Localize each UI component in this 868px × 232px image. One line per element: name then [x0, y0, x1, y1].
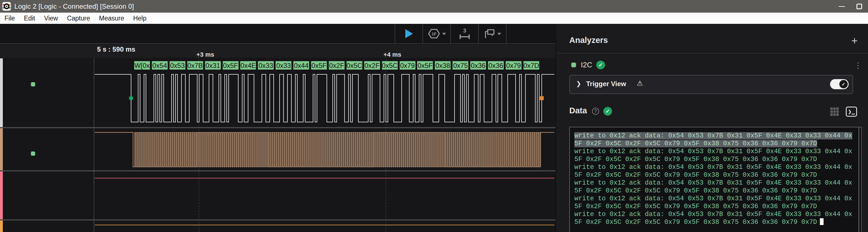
i2c-annotation-row: W[0x0x540x530x7B0x310x5F0x4E0x330x330x44… — [94, 59, 556, 127]
warning-icon: ⚠ — [637, 79, 643, 87]
channel-analyzer-tag[interactable] — [31, 152, 38, 156]
display-radix-button[interactable]: 1F — [423, 24, 450, 43]
add-analyzer-button[interactable]: + — [851, 36, 858, 45]
maximize-button[interactable] — [850, 0, 868, 13]
svg-text:3: 3 — [463, 28, 466, 34]
start-capture-button[interactable] — [395, 24, 423, 43]
menu-view[interactable]: View — [40, 13, 62, 24]
terminal-entry[interactable]: write to 0x12 ack data: 0x54 0x53 0x7B 0… — [575, 210, 852, 226]
terminal-scrollbar[interactable] — [859, 127, 859, 232]
measurements-button[interactable]: 3 — [450, 24, 478, 43]
data-terminal[interactable]: write to 0x12 ack data: 0x54 0x53 0x7B 0… — [569, 127, 862, 232]
table-view-button[interactable] — [830, 108, 839, 116]
i2c-annotation: 0x36 — [470, 61, 486, 70]
channel-color-strip[interactable] — [0, 59, 3, 127]
i2c-annotation: 0x2F — [364, 61, 380, 70]
waveform-channel-3 — [94, 221, 556, 232]
channel-color-strip[interactable] — [0, 221, 3, 232]
i2c-annotation: 0x75 — [453, 61, 468, 70]
svg-text:1F: 1F — [431, 31, 437, 36]
i2c-annotation: 0x5F — [223, 61, 239, 70]
i2c-annotation: 0x7D — [523, 61, 539, 70]
i2c-annotation: 0x54 — [152, 61, 168, 70]
analyzer-color-swatch — [571, 63, 576, 67]
terminal-entry-text: write to 0x12 ack data: 0x54 0x53 0x7B 0… — [575, 195, 852, 210]
trigger-view-label: Trigger View — [586, 80, 626, 88]
waveform-channel-2 — [94, 171, 556, 219]
chevron-down-icon — [497, 33, 501, 35]
menu-capture[interactable]: Capture — [62, 13, 94, 24]
titlebar: Logic 2 [Logic - Connected] [Session 0] — [0, 0, 868, 13]
waveform-i2c-scl — [94, 128, 556, 170]
data-status-check-icon: ✓ — [603, 107, 612, 116]
channel-analyzer-tag[interactable] — [31, 82, 38, 86]
menu-file[interactable]: File — [0, 13, 20, 24]
capture-toolbar: 1F 3 — [0, 24, 556, 44]
chevron-down-icon — [442, 33, 446, 35]
menu-measure[interactable]: Measure — [94, 13, 128, 24]
i2c-annotation: 0x53 — [169, 61, 185, 70]
i2c-annotation: 0x44 — [293, 61, 309, 70]
i2c-annotation: 0x5C — [382, 61, 398, 70]
i2c-annotation: 0x33 — [258, 61, 274, 70]
hexagon-radix-icon: 1F — [428, 28, 440, 39]
channel-color-strip[interactable] — [0, 128, 3, 170]
terminal-entry-text: write to 0x12 ack data: 0x54 0x53 0x7B 0… — [575, 163, 852, 179]
chevron-right-icon[interactable]: ❯ — [576, 80, 581, 87]
annotations-button[interactable] — [478, 24, 506, 43]
logic2-logo-icon — [2, 2, 11, 11]
terminal-view-button[interactable]: ❯ — [846, 107, 857, 117]
i2c-annotation: 0x5F — [417, 61, 433, 70]
terminal-entry[interactable]: write to 0x12 ack data: 0x54 0x53 0x7B 0… — [575, 132, 852, 148]
i2c-annotation: 0x5C — [346, 61, 362, 70]
minimize-icon — [839, 6, 845, 7]
timeline-ruler[interactable]: 5 s : 590 ms +3 ms+4 ms — [0, 44, 556, 58]
i2c-annotation: 0x36 — [488, 61, 504, 70]
flags-icon — [484, 28, 496, 39]
analyzer-status-check-icon: ✓ — [596, 61, 605, 69]
capture-area: 1F 3 — [0, 24, 556, 232]
terminal-entry[interactable]: write to 0x12 ack data: 0x54 0x53 0x7B 0… — [575, 179, 852, 195]
logic2-app: Logic 2 [Logic - Connected] [Session 0] … — [0, 0, 868, 232]
i2c-annotation: 0x38 — [435, 61, 451, 70]
analyzers-panel: Analyzers + I2C ✓ ⋮ ❯ Trigger View ⚠ ✓ D… — [556, 24, 868, 232]
i2c-annotation: 0x79 — [506, 61, 522, 70]
restore-icon — [857, 4, 862, 9]
terminal-underscore-icon — [852, 114, 855, 114]
terminal-entry[interactable]: write to 0x12 ack data: 0x54 0x53 0x7B 0… — [575, 163, 852, 179]
menubar: FileEditViewCaptureMeasureHelp — [0, 13, 868, 25]
menu-help[interactable]: Help — [128, 13, 151, 24]
terminal-chevron-icon: ❯ — [848, 109, 852, 114]
window-title: Logic 2 [Logic - Connected] [Session 0] — [14, 3, 134, 10]
channel-waveform-area: W[0x0x540x530x7B0x310x5F0x4E0x330x330x44… — [0, 58, 556, 232]
analyzer-color-dot-icon — [31, 152, 35, 156]
terminal-entry[interactable]: write to 0x12 ack data: 0x54 0x53 0x7B 0… — [575, 148, 852, 163]
analyzer-color-dot-icon — [31, 82, 35, 86]
terminal-cursor — [820, 218, 824, 225]
terminal-entry-text: write to 0x12 ack data: 0x54 0x53 0x7B 0… — [575, 132, 852, 147]
terminal-entry-text: write to 0x12 ack data: 0x54 0x53 0x7B 0… — [575, 211, 852, 226]
divider — [556, 53, 868, 53]
i2c-annotation: 0x2F — [329, 61, 345, 70]
toggle-check-icon: ✓ — [839, 80, 848, 88]
trigger-view-section[interactable]: ❯ Trigger View ⚠ ✓ — [569, 75, 853, 94]
terminal-entry[interactable]: write to 0x12 ack data: 0x54 0x53 0x7B 0… — [575, 195, 852, 210]
minimize-button[interactable] — [833, 0, 850, 13]
trigger-view-toggle[interactable]: ✓ — [830, 79, 848, 89]
help-icon[interactable]: ? — [592, 108, 599, 115]
i2c-annotation: 0x5F — [311, 61, 327, 70]
i2c-annotation: 0x33 — [276, 61, 291, 70]
terminal-entry-text: write to 0x12 ack data: 0x54 0x53 0x7B 0… — [575, 179, 852, 194]
analyzers-title: Analyzers — [569, 36, 608, 45]
timeline-absolute-time: 5 s : 590 ms — [97, 45, 135, 53]
terminal-entry-text: write to 0x12 ack data: 0x54 0x53 0x7B 0… — [575, 148, 852, 163]
play-icon — [404, 28, 414, 39]
channel-color-strip[interactable] — [0, 171, 3, 219]
analyzer-options-kebab-icon[interactable]: ⋮ — [854, 61, 862, 70]
i2c-annotation: 0x4E — [240, 61, 256, 70]
channel-row-1 — [0, 128, 556, 170]
measure-icon: 3 — [459, 28, 471, 40]
data-title: Data — [569, 106, 587, 115]
menu-edit[interactable]: Edit — [20, 13, 40, 24]
channel-row-2 — [0, 171, 556, 219]
